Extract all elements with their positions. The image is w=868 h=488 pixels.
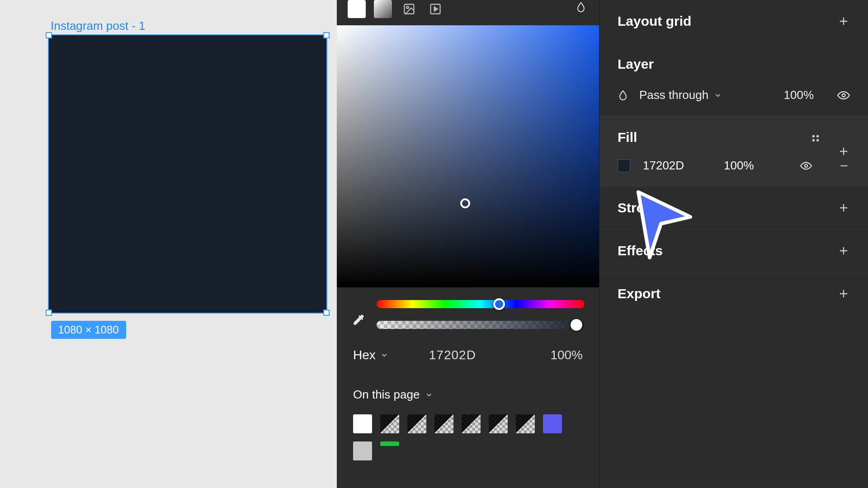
paint-type-solid[interactable] (348, 0, 366, 18)
hex-input[interactable]: 17202D (429, 348, 476, 362)
swatch-black-alpha-2[interactable] (407, 414, 426, 433)
resize-handle-bottom-right[interactable] (323, 310, 330, 316)
swatch-black-alpha-3[interactable] (434, 414, 453, 433)
blend-mode-icon[interactable] (576, 2, 586, 13)
add-stroke-button[interactable] (837, 202, 850, 214)
hue-thumb[interactable] (493, 298, 505, 310)
svg-point-4 (812, 135, 815, 138)
paint-type-gradient[interactable] (374, 0, 392, 18)
section-layer: Layer Pass through 100% (599, 43, 868, 116)
swatch-white[interactable] (353, 414, 372, 433)
eyedropper-icon (351, 313, 366, 327)
hue-slider[interactable] (377, 300, 585, 308)
eye-icon (800, 160, 812, 172)
add-effect-button[interactable] (837, 244, 850, 257)
paint-type-image[interactable] (400, 0, 418, 18)
export-title: Export (618, 286, 660, 301)
blend-mode-value: Pass through (639, 88, 708, 102)
layer-opacity-input[interactable]: 100% (784, 88, 814, 102)
droplet-icon (618, 90, 628, 101)
eye-icon (837, 89, 850, 102)
stroke-title: Stroke (618, 200, 660, 215)
resize-handle-bottom-left[interactable] (46, 310, 52, 316)
add-fill-button[interactable] (837, 145, 850, 158)
plus-icon (837, 244, 850, 257)
svg-point-1 (406, 6, 409, 9)
swatch-black-alpha-4[interactable] (462, 414, 481, 433)
fill-visibility-toggle[interactable] (800, 160, 812, 172)
alpha-slider[interactable] (377, 321, 585, 329)
resize-handle-top-left[interactable] (46, 32, 52, 38)
opacity-input[interactable]: 100% (550, 348, 583, 362)
swatch-black-alpha-6[interactable] (516, 414, 535, 433)
swatch-black-alpha-1[interactable] (380, 414, 399, 433)
fill-title: Fill (618, 130, 637, 145)
chevron-down-icon (380, 351, 388, 359)
chevron-down-icon (425, 391, 433, 399)
styles-icon (811, 133, 821, 143)
color-mode-label: Hex (353, 348, 376, 362)
fill-color-swatch[interactable] (618, 160, 630, 172)
swatch-grey[interactable] (353, 441, 372, 460)
layer-visibility-toggle[interactable] (837, 89, 850, 102)
svg-point-8 (805, 164, 808, 167)
layout-grid-title: Layout grid (618, 14, 691, 28)
plus-icon (837, 287, 850, 300)
section-layout-grid: Layout grid (599, 0, 868, 43)
blend-mode-select[interactable]: Pass through (639, 88, 722, 102)
document-colors-dropdown[interactable]: On this page (353, 388, 583, 402)
fill-hex-input[interactable]: 17202D (643, 159, 684, 173)
svg-point-5 (816, 135, 819, 138)
paint-type-video[interactable] (426, 0, 444, 18)
chevron-down-icon (714, 91, 722, 99)
plus-icon (837, 15, 850, 28)
section-fill: Fill 17202D 100% (599, 116, 868, 187)
svg-point-6 (812, 139, 815, 142)
fill-opacity-input[interactable]: 100% (724, 159, 754, 173)
image-icon (403, 3, 415, 15)
svg-point-7 (816, 139, 819, 142)
minus-icon (838, 160, 850, 172)
section-export: Export (599, 272, 868, 315)
remove-fill-button[interactable] (838, 160, 850, 172)
document-swatch-grid (353, 414, 583, 460)
effects-title: Effects (618, 243, 663, 258)
color-picker-popover: Hex 17202D 100% On this page (337, 0, 599, 488)
section-effects: Effects (599, 230, 868, 272)
add-layout-grid-button[interactable] (837, 15, 850, 28)
selection-size-badge: 1080 × 1080 (51, 321, 126, 339)
color-mode-select[interactable]: Hex (353, 348, 388, 362)
swatch-green[interactable] (380, 441, 399, 446)
layer-title: Layer (618, 56, 654, 71)
document-colors-label: On this page (353, 388, 420, 402)
section-stroke: Stroke (599, 187, 868, 230)
resize-handle-top-right[interactable] (323, 32, 330, 38)
swatch-blue[interactable] (543, 414, 562, 433)
canvas[interactable]: Instagram post - 1 1080 × 1080 (0, 0, 337, 488)
frame-label[interactable]: Instagram post - 1 (51, 19, 146, 33)
alpha-thumb[interactable] (571, 319, 582, 331)
plus-icon (837, 145, 850, 158)
add-export-button[interactable] (837, 287, 850, 300)
sv-thumb[interactable] (460, 198, 470, 208)
saturation-value-field[interactable] (337, 25, 599, 287)
svg-point-3 (842, 94, 845, 97)
swatch-black-alpha-5[interactable] (489, 414, 508, 433)
plus-icon (837, 202, 850, 214)
video-icon (429, 3, 442, 15)
inspector-panel: Layout grid Layer Pass through 100% Fill (599, 0, 868, 488)
selected-frame[interactable] (48, 34, 327, 314)
fill-styles-button[interactable] (811, 133, 821, 143)
eyedropper-button[interactable] (351, 313, 366, 327)
